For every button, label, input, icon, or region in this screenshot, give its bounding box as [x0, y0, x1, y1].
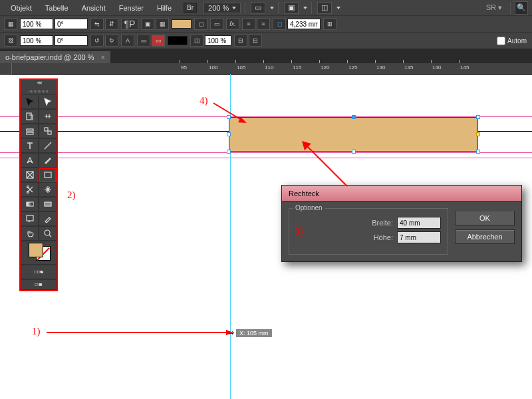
ruler-origin[interactable] [0, 63, 12, 75]
svg-rect-9 [27, 202, 33, 206]
eyedropper-tool[interactable] [39, 211, 57, 226]
screen-mode-icon[interactable]: ▣ [284, 2, 299, 14]
height-label: Höhe: [374, 233, 393, 241]
textwrap-icon[interactable]: ▣ [141, 18, 154, 30]
flip-v-icon[interactable]: ⇵ [105, 18, 118, 30]
svg-line-21 [213, 103, 243, 121]
autom-check[interactable]: Autom [497, 37, 527, 45]
x-value: X: 105 mm [236, 329, 272, 337]
workspace-label[interactable]: SR ▾ [486, 3, 506, 12]
view-mode-row[interactable] [21, 279, 57, 290]
flip-h-icon[interactable]: ⇋ [90, 18, 104, 30]
zoom-level[interactable]: 200 % [203, 3, 241, 13]
scale-y-input[interactable] [20, 35, 53, 46]
svg-point-7 [27, 192, 29, 194]
dist-icon[interactable]: ⊟ [234, 35, 247, 47]
apply-color-row[interactable] [21, 265, 57, 279]
control-bar-2: ⛓ ↺↻ A ▭▭ ◫ ⊟⊟ Autom [0, 32, 532, 49]
blend-pct[interactable] [205, 35, 231, 46]
type-tool[interactable] [21, 138, 39, 153]
color-wells[interactable] [21, 241, 57, 265]
collapse-icon[interactable] [21, 80, 57, 88]
fx-icon[interactable]: fx. [226, 18, 239, 30]
chevron-down-icon [303, 7, 307, 9]
svg-rect-3 [45, 128, 48, 131]
svg-rect-14 [37, 271, 40, 273]
selection-tool[interactable] [21, 94, 39, 109]
wrap-none-icon[interactable]: ▭ [152, 35, 165, 47]
svg-rect-13 [35, 271, 37, 273]
hand-tool[interactable] [21, 226, 39, 241]
note-tool[interactable] [21, 211, 39, 226]
guide-horizontal[interactable] [0, 152, 532, 153]
svg-line-23 [307, 146, 347, 186]
paragraph-style-icon[interactable]: ¶P [121, 18, 138, 30]
menu-ansicht[interactable]: Ansicht [75, 1, 112, 15]
svg-marker-20 [226, 330, 233, 335]
char-style-icon[interactable]: A [121, 35, 134, 47]
ref-point-icon[interactable]: ▦ [4, 18, 17, 30]
gap-tool[interactable] [39, 109, 57, 124]
menu-hilfe[interactable]: Hilfe [150, 1, 178, 15]
transform-tool[interactable] [39, 182, 57, 197]
arrange-icon[interactable]: ◫ [317, 2, 332, 14]
dimension-input[interactable] [287, 19, 321, 29]
rotate-cw-icon[interactable]: ↻ [105, 35, 118, 47]
corner-icon[interactable]: ◻ [194, 18, 207, 30]
bridge-button[interactable]: Br [184, 3, 197, 13]
document-tab[interactable]: o-briefpapier.indd @ 200 % × [0, 51, 110, 63]
pencil-tool[interactable] [39, 153, 57, 168]
fill-swatch[interactable] [172, 19, 192, 29]
close-icon[interactable]: × [100, 53, 104, 61]
gradient-tool[interactable] [21, 197, 39, 211]
bounds-icon[interactable]: ◻ [273, 18, 286, 30]
annotation-3: 3) [295, 226, 303, 237]
content-tool-2[interactable] [39, 124, 57, 138]
rectangle-dialog: Rechteck Optionen Breite: Höhe: OK Abbre… [281, 185, 522, 262]
blend-icon[interactable]: ◫ [190, 35, 203, 47]
height-input[interactable] [397, 231, 441, 243]
align-icon[interactable]: ≡ [242, 18, 255, 30]
rotate-input[interactable] [55, 19, 88, 29]
options-group: Optionen Breite: Höhe: [289, 208, 448, 255]
options-legend: Optionen [293, 204, 325, 211]
direct-select-tool[interactable] [39, 94, 57, 109]
dist2-icon[interactable]: ⊟ [249, 35, 262, 47]
zoom-tool[interactable] [39, 226, 57, 241]
chevron-down-icon [336, 7, 340, 9]
frame-tool[interactable] [21, 168, 39, 182]
width-input[interactable] [397, 217, 441, 229]
menu-tabelle[interactable]: Tabelle [39, 1, 75, 15]
stroke-swatch[interactable] [168, 36, 188, 45]
gradient-feather-tool[interactable] [39, 197, 57, 211]
content-tool[interactable] [21, 124, 39, 138]
guide-horizontal[interactable] [0, 158, 532, 158]
scale-x-input[interactable] [20, 19, 53, 29]
shear-input[interactable] [55, 35, 88, 46]
panel-grip[interactable] [21, 88, 57, 94]
rectangle-tool[interactable] [39, 168, 57, 182]
cancel-button[interactable]: Abbrechen [455, 229, 515, 244]
svg-point-8 [27, 186, 29, 188]
wrap-icon[interactable]: ▭ [137, 35, 150, 47]
align2-icon[interactable]: ≡ [257, 18, 270, 30]
svg-rect-11 [27, 215, 33, 221]
menu-bar: Objekt Tabelle Ansicht Fenster Hilfe Br … [0, 0, 532, 15]
menu-objekt[interactable]: Objekt [4, 1, 39, 15]
link-icon[interactable]: ⛓ [4, 35, 17, 47]
svg-rect-10 [45, 202, 51, 206]
rotate-ccw-icon[interactable]: ↺ [90, 35, 104, 47]
svg-rect-2 [27, 132, 33, 134]
annotation-2: 2) [67, 190, 76, 201]
line-tool[interactable] [39, 138, 57, 153]
pen-tool[interactable] [21, 153, 39, 168]
search-icon[interactable]: 🔍 [515, 1, 528, 15]
view-mode-icon[interactable]: ▭ [251, 2, 265, 14]
constrain-icon[interactable]: ⊞ [323, 18, 336, 30]
textwrap2-icon[interactable]: ▦ [156, 18, 169, 30]
page-tool[interactable] [21, 109, 39, 124]
menu-fenster[interactable]: Fenster [112, 1, 150, 15]
scissors-tool[interactable] [21, 182, 39, 197]
opacity-icon[interactable]: ▭ [210, 18, 223, 30]
ok-button[interactable]: OK [455, 211, 515, 225]
